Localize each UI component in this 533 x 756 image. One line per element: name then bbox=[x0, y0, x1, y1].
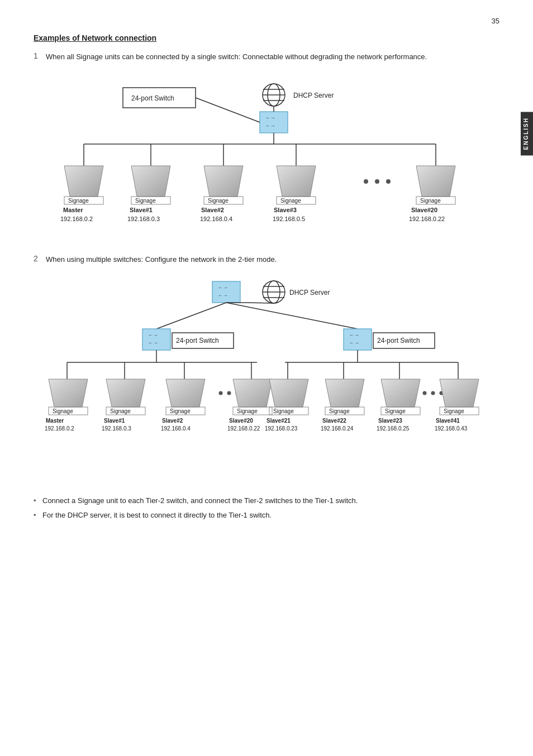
svg-text:Slave#3: Slave#3 bbox=[274, 207, 297, 213]
svg-text:Slave#2: Slave#2 bbox=[201, 207, 224, 213]
bullet-dot-1: • bbox=[34, 495, 39, 506]
svg-marker-83 bbox=[49, 379, 88, 407]
svg-text:←→: ←→ bbox=[265, 115, 275, 121]
diagram2: ←→ ←→ DHCP Server ←→ ←→ 24-port Switch ← bbox=[34, 276, 499, 473]
item2-container: 2 When using multiple switches: Configur… bbox=[34, 254, 499, 265]
svg-text:Slave#23: Slave#23 bbox=[378, 418, 402, 424]
svg-text:←→: ←→ bbox=[218, 293, 228, 298]
svg-point-122 bbox=[431, 391, 435, 395]
svg-point-98 bbox=[219, 391, 223, 395]
svg-point-99 bbox=[227, 391, 231, 395]
svg-marker-101 bbox=[233, 379, 272, 407]
svg-marker-43 bbox=[416, 166, 455, 197]
svg-text:Master: Master bbox=[46, 418, 64, 424]
bullet-item-2: • For the DHCP server, it is best to con… bbox=[34, 510, 499, 521]
diagram1: DHCP Server 24-port Switch ←→ ←→ bbox=[34, 74, 499, 232]
svg-text:Signage: Signage bbox=[444, 408, 464, 414]
svg-text:←→: ←→ bbox=[148, 332, 158, 338]
svg-text:Signage: Signage bbox=[420, 198, 441, 204]
svg-text:192.168.0.43: 192.168.0.43 bbox=[435, 425, 468, 432]
bullet-dot-2: • bbox=[34, 510, 39, 521]
english-tab: ENGLISH bbox=[521, 112, 533, 155]
svg-text:←→: ←→ bbox=[148, 340, 158, 346]
svg-marker-106 bbox=[269, 379, 308, 407]
svg-text:DHCP Server: DHCP Server bbox=[293, 92, 334, 99]
svg-line-12 bbox=[196, 98, 260, 122]
bullet-item-1: • Connect a Signage unit to each Tier-2 … bbox=[34, 495, 499, 506]
svg-text:192.168.0.2: 192.168.0.2 bbox=[60, 216, 93, 222]
svg-text:←→: ←→ bbox=[349, 340, 359, 346]
svg-text:DHCP Server: DHCP Server bbox=[289, 289, 330, 296]
svg-line-60 bbox=[226, 303, 358, 329]
svg-marker-93 bbox=[166, 379, 205, 407]
svg-text:←→: ←→ bbox=[218, 285, 228, 290]
bullet-text-2: For the DHCP server, it is best to conne… bbox=[42, 510, 272, 521]
svg-text:Slave#2: Slave#2 bbox=[162, 418, 183, 424]
svg-marker-111 bbox=[325, 379, 364, 407]
svg-text:24-port Switch: 24-port Switch bbox=[377, 337, 420, 344]
svg-marker-88 bbox=[106, 379, 145, 407]
svg-point-41 bbox=[375, 179, 379, 184]
page-number: 35 bbox=[492, 17, 499, 25]
svg-text:Slave#22: Slave#22 bbox=[322, 418, 346, 424]
page-container: 35 ENGLISH Examples of Network connectio… bbox=[0, 0, 533, 557]
svg-marker-116 bbox=[381, 379, 420, 407]
bullet-list: • Connect a Signage unit to each Tier-2 … bbox=[34, 495, 499, 520]
svg-line-57 bbox=[246, 303, 274, 303]
bullet-text-1: Connect a Signage unit to each Tier-2 sw… bbox=[42, 495, 358, 506]
svg-text:Signage: Signage bbox=[170, 408, 191, 414]
item2-number: 2 bbox=[34, 254, 41, 265]
svg-point-121 bbox=[423, 391, 427, 395]
svg-text:192.168.0.5: 192.168.0.5 bbox=[273, 216, 305, 222]
svg-text:192.168.0.3: 192.168.0.3 bbox=[102, 425, 131, 432]
svg-text:Signage: Signage bbox=[273, 408, 294, 414]
svg-text:24-port Switch: 24-port Switch bbox=[176, 337, 219, 344]
svg-text:Slave#41: Slave#41 bbox=[436, 418, 460, 424]
svg-point-40 bbox=[364, 179, 368, 184]
item1-container: 1 When all Signage units can be connecte… bbox=[34, 51, 499, 63]
svg-line-59 bbox=[156, 303, 226, 329]
svg-text:Signage: Signage bbox=[237, 408, 258, 414]
svg-text:Signage: Signage bbox=[53, 408, 73, 414]
svg-text:Slave#1: Slave#1 bbox=[130, 207, 153, 213]
svg-text:Slave#20: Slave#20 bbox=[229, 418, 253, 424]
item1-number: 1 bbox=[34, 51, 41, 63]
svg-text:Master: Master bbox=[63, 207, 83, 213]
svg-text:192.168.0.2: 192.168.0.2 bbox=[45, 425, 74, 432]
svg-text:192.168.0.22: 192.168.0.22 bbox=[227, 425, 260, 432]
svg-text:Slave#21: Slave#21 bbox=[266, 418, 291, 424]
svg-text:Signage: Signage bbox=[280, 198, 301, 204]
svg-text:192.168.0.25: 192.168.0.25 bbox=[377, 425, 410, 432]
svg-text:192.168.0.4: 192.168.0.4 bbox=[161, 425, 191, 432]
svg-point-42 bbox=[386, 179, 391, 184]
item1-text: When all Signage units can be connected … bbox=[46, 51, 427, 63]
svg-text:192.168.0.4: 192.168.0.4 bbox=[200, 216, 232, 222]
item2-text: When using multiple switches: Configure … bbox=[46, 254, 277, 265]
svg-marker-124 bbox=[440, 379, 479, 407]
svg-text:Signage: Signage bbox=[68, 198, 89, 204]
svg-marker-30 bbox=[204, 166, 243, 197]
svg-text:Signage: Signage bbox=[329, 408, 350, 414]
svg-text:Signage: Signage bbox=[208, 198, 229, 204]
svg-text:192.168.0.3: 192.168.0.3 bbox=[127, 216, 160, 222]
svg-text:24-port Switch: 24-port Switch bbox=[131, 94, 174, 102]
section-title: Examples of Network connection bbox=[34, 34, 499, 42]
svg-text:←→: ←→ bbox=[349, 332, 359, 338]
svg-text:Signage: Signage bbox=[385, 408, 406, 414]
svg-text:←→: ←→ bbox=[265, 123, 275, 128]
svg-text:192.168.0.24: 192.168.0.24 bbox=[321, 425, 354, 432]
svg-text:192.168.0.23: 192.168.0.23 bbox=[265, 425, 298, 432]
svg-text:Signage: Signage bbox=[110, 408, 131, 414]
svg-text:Signage: Signage bbox=[135, 198, 156, 204]
svg-text:Slave#1: Slave#1 bbox=[104, 418, 125, 424]
svg-marker-25 bbox=[131, 166, 170, 197]
svg-marker-35 bbox=[277, 166, 316, 197]
svg-marker-20 bbox=[64, 166, 103, 197]
svg-text:192.168.0.22: 192.168.0.22 bbox=[409, 216, 445, 222]
svg-text:Slave#20: Slave#20 bbox=[411, 207, 437, 213]
